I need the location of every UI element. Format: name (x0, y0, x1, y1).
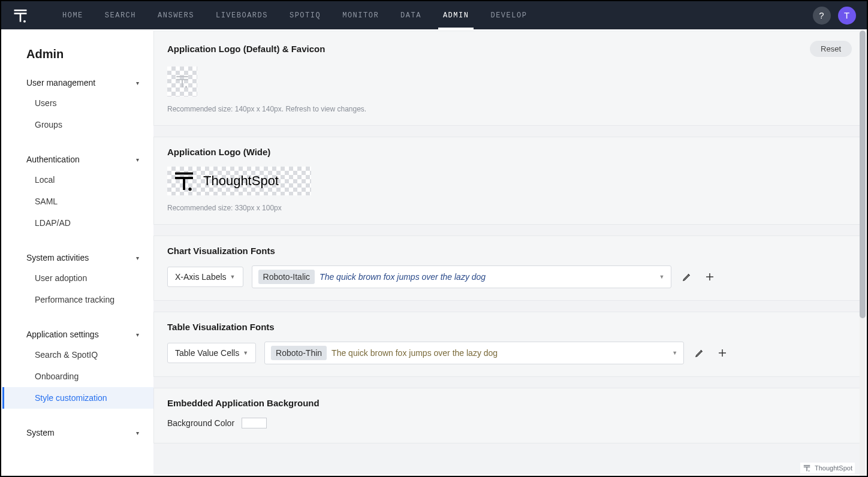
scrollbar-thumb[interactable] (860, 31, 866, 318)
panel-title-logo-default: Application Logo (Default) & Favicon (167, 44, 325, 54)
sidebar-item-saml[interactable]: SAML (2, 191, 153, 212)
help-button[interactable]: ? (813, 7, 831, 25)
logo-icon (172, 169, 196, 193)
sidebar-label: System (26, 428, 55, 437)
page-title: Admin (2, 47, 153, 73)
chart-font-preview[interactable]: Roboto-Italic The quick brown fox jumps … (252, 265, 671, 288)
chart-label-selector[interactable]: X-Axis Labels ▼ (167, 267, 243, 287)
chevron-down-icon: ▾ (136, 430, 139, 436)
logo-default-preview[interactable] (167, 67, 197, 96)
sidebar-head-system[interactable]: System ▾ (2, 423, 153, 442)
sidebar-label: User management (26, 78, 95, 87)
panel-logo-default: Application Logo (Default) & Favicon Res… (153, 31, 866, 126)
pencil-icon (695, 348, 704, 358)
dropdown-label: Table Value Cells (175, 348, 239, 358)
background-color-label: Background Color (167, 418, 234, 428)
top-navbar: HOME SEARCH ANSWERS LIVEBOARDS SPOTIQ MO… (1, 1, 867, 29)
edit-font-button[interactable] (680, 270, 694, 284)
sidebar-head-authentication[interactable]: Authentication ▾ (2, 150, 153, 169)
avatar[interactable]: T (838, 7, 856, 25)
hint-logo-default: Recommended size: 140px x 140px. Refresh… (167, 105, 852, 113)
add-font-button[interactable] (703, 270, 717, 284)
plus-icon (704, 271, 715, 282)
panel-table-fonts: Table Visualization Fonts Table Value Ce… (153, 312, 866, 377)
sidebar-item-performance-tracking[interactable]: Performance tracking (2, 289, 153, 310)
background-color-row: Background Color (167, 418, 852, 428)
chevron-down-icon: ▾ (136, 156, 139, 163)
logo-icon (803, 464, 811, 472)
caret-down-icon: ▼ (230, 274, 236, 280)
chevron-down-icon: ▾ (136, 331, 139, 338)
pangram-text: The quick brown fox jumps over the lazy … (331, 348, 498, 358)
panel-logo-wide: Application Logo (Wide) ThoughtSpot Reco… (153, 137, 866, 225)
sidebar-label: System activities (26, 253, 89, 262)
logo-wide-preview[interactable]: ThoughtSpot (167, 167, 311, 195)
sidebar-item-local[interactable]: Local (2, 169, 153, 191)
sidebar-item-groups[interactable]: Groups (2, 114, 153, 135)
edit-font-button[interactable] (692, 346, 707, 360)
table-font-preview[interactable]: Roboto-Thin The quick brown fox jumps ov… (264, 342, 684, 364)
nav-home[interactable]: HOME (62, 1, 83, 29)
sidebar-head-system-activities[interactable]: System activities ▾ (2, 248, 153, 267)
svg-point-3 (23, 20, 26, 22)
app-logo[interactable] (12, 7, 29, 24)
nav-answers[interactable]: ANSWERS (158, 1, 194, 29)
sidebar-item-style-customization[interactable]: Style customization (2, 387, 153, 409)
primary-nav: HOME SEARCH ANSWERS LIVEBOARDS SPOTIQ MO… (62, 1, 527, 29)
scrollbar-track (860, 31, 866, 476)
chevron-down-icon: ▾ (136, 255, 139, 261)
table-font-row: Table Value Cells ▼ Roboto-Thin The quic… (167, 342, 852, 364)
panel-title-table-fonts: Table Visualization Fonts (167, 322, 852, 332)
sidebar-authentication: Authentication ▾ Local SAML LDAP/AD (2, 150, 153, 234)
background-color-swatch[interactable] (242, 418, 267, 428)
add-font-button[interactable] (715, 346, 730, 360)
nav-monitor[interactable]: MONITOR (342, 1, 379, 29)
nav-data[interactable]: DATA (400, 1, 421, 29)
dropdown-label: X-Axis Labels (175, 272, 227, 282)
chart-font-row: X-Axis Labels ▼ Roboto-Italic The quick … (167, 265, 852, 288)
nav-admin[interactable]: ADMIN (443, 1, 469, 29)
sidebar-system-activities: System activities ▾ User adoption Perfor… (2, 248, 153, 310)
panel-embedded-bg: Embedded Application Background Backgrou… (153, 388, 866, 443)
chevron-down-icon: ▾ (136, 80, 139, 86)
svg-point-11 (188, 188, 192, 191)
nav-develop[interactable]: DEVELOP (490, 1, 527, 29)
sidebar-system: System ▾ (2, 423, 153, 442)
font-chip: Roboto-Thin (271, 346, 327, 360)
footer-brand: ThoughtSpot (800, 463, 855, 473)
sidebar-item-ldap[interactable]: LDAP/AD (2, 212, 153, 234)
nav-liveboards[interactable]: LIVEBOARDS (216, 1, 268, 29)
main-area: Admin User management ▾ Users Groups Aut… (2, 31, 866, 475)
nav-search[interactable]: SEARCH (105, 1, 136, 29)
panel-title-logo-wide: Application Logo (Wide) (167, 147, 270, 157)
sidebar-head-user-management[interactable]: User management ▾ (2, 73, 153, 92)
sidebar-item-user-adoption[interactable]: User adoption (2, 267, 153, 289)
table-cell-selector[interactable]: Table Value Cells ▼ (167, 343, 256, 363)
logo-placeholder-icon (174, 74, 190, 89)
sidebar-item-users[interactable]: Users (2, 92, 153, 114)
sidebar-head-application-settings[interactable]: Application settings ▾ (2, 325, 153, 344)
reset-button[interactable]: Reset (810, 41, 852, 57)
panel-title-embedded-bg: Embedded Application Background (167, 398, 852, 408)
pencil-icon (682, 272, 692, 282)
wide-logo-text: ThoughtSpot (203, 173, 279, 189)
svg-point-15 (809, 470, 810, 472)
sidebar-item-onboarding[interactable]: Onboarding (2, 366, 153, 387)
nav-spotiq[interactable]: SPOTIQ (290, 1, 321, 29)
content-area: Application Logo (Default) & Favicon Res… (153, 31, 866, 475)
font-chip: Roboto-Italic (258, 270, 315, 284)
pangram-text: The quick brown fox jumps over the lazy … (320, 272, 486, 282)
sidebar-application-settings: Application settings ▾ Search & SpotIQ O… (2, 325, 153, 409)
sidebar-label: Authentication (26, 155, 80, 164)
caret-down-icon: ▼ (659, 274, 665, 280)
svg-point-7 (185, 86, 187, 87)
caret-down-icon: ▼ (243, 350, 248, 356)
hint-logo-wide: Recommended size: 330px x 100px (167, 204, 852, 212)
top-right-controls: ? T (813, 7, 856, 25)
logo-icon (12, 7, 29, 24)
sidebar-item-search-spotiq[interactable]: Search & SpotIQ (2, 344, 153, 366)
footer-brand-text: ThoughtSpot (815, 464, 852, 472)
sidebar-label: Application settings (26, 330, 99, 339)
panel-chart-fonts: Chart Visualization Fonts X-Axis Labels … (153, 236, 866, 301)
panel-title-chart-fonts: Chart Visualization Fonts (167, 246, 852, 256)
